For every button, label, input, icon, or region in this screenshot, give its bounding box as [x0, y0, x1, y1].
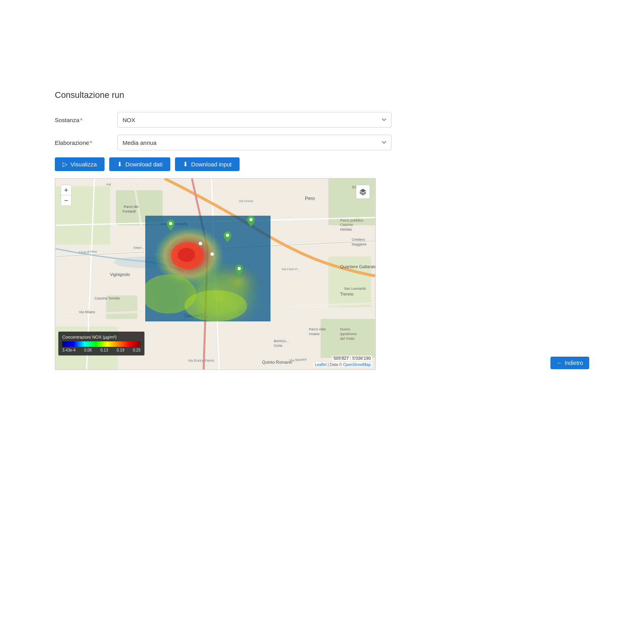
svg-text:del Trotto: del Trotto	[340, 337, 355, 341]
map-container[interactable]: Pero SS11 Parco pubblico Cascina Merlata…	[55, 178, 376, 370]
toolbar: ▷ Visualizza ⬇ Download dati ⬇ Download …	[55, 157, 589, 171]
legend-title: Concentrazioni NOX (μg/m²)	[62, 335, 141, 339]
svg-text:Pero: Pero	[305, 196, 315, 201]
svg-text:San Leonardo: San Leonardo	[344, 287, 366, 290]
marker-3	[247, 216, 255, 228]
svg-text:Cascina Torrette: Cascina Torrette	[94, 296, 120, 300]
svg-text:Ippodromo: Ippodromo	[340, 332, 357, 336]
svg-point-63	[198, 242, 202, 245]
map-coordinates: 505'827 : 5'036'190	[332, 355, 372, 361]
svg-text:Parco Aldo: Parco Aldo	[309, 327, 326, 331]
svg-text:Quartiere Gallaratese: Quartiere Gallaratese	[340, 264, 375, 269]
svg-point-62	[238, 267, 241, 270]
page-container: Consultazione run Sostanza* NOX NO2 PM10…	[0, 0, 644, 413]
svg-text:Via Milano: Via Milano	[79, 310, 95, 314]
play-icon: ▷	[63, 161, 67, 168]
svg-point-56	[184, 290, 247, 321]
svg-text:Via Carlo P...: Via Carlo P...	[281, 267, 299, 271]
marker-1	[167, 220, 175, 232]
svg-text:Maggiore: Maggiore	[352, 242, 366, 246]
svg-text:Cascina: Cascina	[340, 223, 353, 227]
svg-text:Parco pubblico: Parco pubblico	[340, 218, 363, 222]
svg-text:Trenno: Trenno	[340, 292, 354, 296]
svg-text:Cimitero: Cimitero	[352, 238, 365, 242]
legend-labels: 3.43e-4 0.06 0.13 0.19 0.25	[62, 348, 141, 352]
zoom-controls: + −	[61, 185, 72, 206]
legend-max: 0.25	[133, 348, 141, 352]
leaflet-link[interactable]: Leaflet	[315, 363, 327, 367]
elaborazione-row: Elaborazione* Media annua Media giornali…	[55, 135, 589, 150]
svg-text:Borinco...: Borinco...	[274, 339, 289, 343]
legend-val1: 0.06	[84, 348, 92, 352]
sostanza-select[interactable]: NOX NO2 PM10 PM2.5	[117, 112, 391, 128]
zoom-in-button[interactable]: +	[61, 185, 71, 195]
dot-marker-2	[210, 251, 215, 258]
svg-text:Dalpe...: Dalpe...	[133, 246, 144, 249]
dot-marker-1	[198, 240, 203, 247]
svg-point-59	[169, 222, 172, 225]
svg-text:Corte: Corte	[274, 344, 282, 348]
svg-text:Merlata: Merlata	[340, 227, 352, 231]
download-dati-button[interactable]: ⬇ Download dati	[109, 157, 170, 171]
svg-text:Parco dei: Parco dei	[124, 205, 139, 209]
elaborazione-label: Elaborazione*	[55, 139, 117, 146]
indietro-button[interactable]: ← Indietro	[550, 357, 589, 369]
svg-text:Via Grosio: Via Grosio	[239, 199, 254, 203]
osm-link[interactable]: OpenStreetMap	[343, 363, 371, 367]
zoom-out-button[interactable]: −	[61, 195, 71, 206]
svg-text:Via Enrico Fermi: Via Enrico Fermi	[188, 359, 214, 363]
download-input-icon: ⬇	[183, 161, 188, 168]
svg-text:Anassi: Anassi	[309, 332, 319, 336]
legend-val3: 0.19	[117, 348, 124, 352]
map-attribution: Leaflet | Data © OpenStreetMap	[313, 362, 372, 367]
sostanza-label: Sostanza*	[55, 117, 117, 123]
download-dati-icon: ⬇	[117, 161, 122, 168]
svg-point-60	[226, 234, 229, 237]
legend-min: 3.43e-4	[62, 348, 76, 352]
svg-point-64	[210, 252, 214, 256]
marker-2	[224, 231, 231, 244]
svg-point-61	[249, 218, 253, 221]
map-legend: Concentrazioni NOX (μg/m²) 3.43e-4 0.06 …	[58, 332, 144, 355]
layers-icon	[359, 188, 367, 196]
sostanza-row: Sostanza* NOX NO2 PM10 PM2.5	[55, 112, 589, 128]
marker-4	[235, 265, 243, 277]
map-wrapper: Pero SS11 Parco pubblico Cascina Merlata…	[55, 178, 589, 374]
legend-val2: 0.13	[100, 348, 108, 352]
page-title: Consultazione run	[55, 90, 589, 100]
svg-text:A4: A4	[106, 182, 111, 186]
legend-color-bar	[62, 341, 141, 347]
elaborazione-select[interactable]: Media annua Media giornaliera Media orar…	[117, 135, 391, 150]
download-input-button[interactable]: ⬇ Download input	[175, 157, 239, 171]
map-layers-button[interactable]	[356, 185, 370, 199]
svg-text:Vighignolo: Vighignolo	[110, 272, 130, 277]
svg-text:Fontanili: Fontanili	[123, 209, 136, 213]
heatmap-overlay	[145, 216, 271, 321]
svg-text:Nuovo: Nuovo	[340, 327, 350, 331]
svg-text:Quinto Romano: Quinto Romano	[262, 360, 292, 364]
svg-point-58	[178, 248, 195, 262]
visualizza-button[interactable]: ▷ Visualizza	[55, 157, 105, 171]
back-arrow-icon: ←	[557, 360, 562, 366]
